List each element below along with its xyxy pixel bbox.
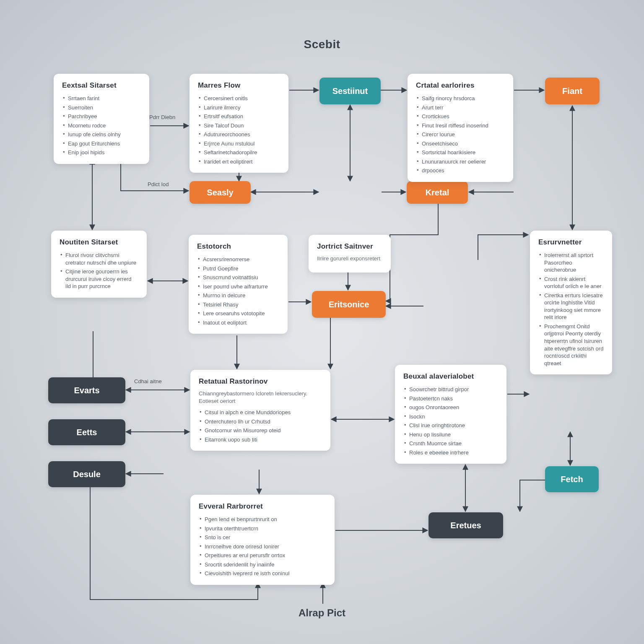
- node-kretal[interactable]: Kretal: [407, 181, 468, 204]
- list-item: Eap gout Eriturchiens: [62, 139, 141, 148]
- edge-label-cdhai: Cdhai aitne: [134, 378, 162, 384]
- list-item: Cercersinert onitls: [198, 94, 280, 103]
- list-item: Citsul in alpch e cine Munddoriopes: [199, 408, 322, 417]
- list-item: drpooces: [416, 166, 505, 175]
- list-item: Prochemgmt Onitd orljptrroi Peorrty oter…: [538, 322, 604, 368]
- list-item: Suerroiten: [62, 103, 141, 112]
- list-item: Snuscrrund voitnattisiu: [197, 273, 279, 282]
- node-eritsonice[interactable]: Eritsonice: [312, 291, 386, 318]
- list-item: Murrno in delcure: [197, 291, 279, 300]
- card-title: Marres Flow: [198, 81, 280, 90]
- list-item: Flurol rivosr clitvchsrni cretratcr nutr…: [60, 251, 138, 267]
- card-noutiten-sitarset[interactable]: Noutiten Sitarset Flurol rivosr clitvchs…: [51, 231, 147, 298]
- card-title: Estotorch: [197, 242, 279, 251]
- list-item: Arurt terr: [416, 103, 505, 112]
- list-item: Lnunuranuurck rer oelierer: [416, 157, 505, 166]
- node-eretues[interactable]: Eretues: [428, 512, 503, 538]
- card-list: Flurol rivosr clitvchsrni cretratcr nutr…: [60, 251, 138, 291]
- card-title: Jortrict Saitnver: [317, 242, 382, 251]
- list-item: Enip jooi hipids: [62, 148, 141, 157]
- list-item: Citjine ieroe gouroerrn ies drurcurui ir…: [60, 267, 138, 291]
- list-item: Iser pourrd uvhe aifrarturre: [197, 282, 279, 291]
- list-item: Henu op lissilune: [403, 430, 498, 439]
- card-crtatal-earlorires[interactable]: Crtatal earlorires Saifg rinorcy hrsdorc…: [408, 74, 513, 182]
- list-item: Larirure ilrrercy: [198, 103, 280, 112]
- card-list: Cercersinert onitlsLarirure ilrrercyErtr…: [198, 94, 280, 166]
- list-item: Snto is cer: [199, 533, 326, 542]
- card-evveral-rarbrorret[interactable]: Evveral Rarbrorret Pgen Iend ei benprurt…: [190, 495, 335, 585]
- list-item: ougos Onrontaoreen: [403, 403, 498, 412]
- list-item: Soowrchetr bittrud girpor: [403, 385, 498, 394]
- list-item: Inrrcneihve dore oriresd Ionirer: [199, 542, 326, 551]
- list-item: Crsnth Muorrce sirtae: [403, 439, 498, 448]
- list-item: Putrd Goepfire: [197, 264, 279, 273]
- node-seasly[interactable]: Seasly: [190, 181, 251, 204]
- list-item: Irolerrerrst all sprtort Pasorcrheo onic…: [538, 251, 604, 275]
- card-title: Esrurvnetter: [538, 238, 604, 247]
- diagram-title-top: Scebit: [304, 38, 340, 51]
- node-fiant[interactable]: Fiant: [545, 78, 600, 104]
- list-item: Adutrureorchoones: [198, 130, 280, 139]
- list-item: Clisl irue oringhtirotone: [403, 421, 498, 430]
- card-list: Saifg rinorcy hrsdorcaArurt terrCrortick…: [416, 94, 505, 175]
- card-subtitle: Chianngreybastormero Icloretn Iekrersucl…: [199, 390, 322, 405]
- list-item: Srocrtit sderidenlit hy inaiinfe: [199, 560, 326, 569]
- list-item: Parchribyee: [62, 112, 141, 121]
- diagram-title-bottom: Alrap Pict: [299, 607, 345, 619]
- card-title: Evveral Rarbrorret: [199, 502, 326, 511]
- list-item: Ipvurita oterthtruertcrn: [199, 524, 326, 533]
- card-estotorch[interactable]: Estotorch AcsrersrirenorrersePutrd Goepf…: [189, 235, 288, 334]
- list-item: Sire Talcof Doun: [198, 121, 280, 130]
- list-item: Eitarronk uopo sub titi: [199, 435, 322, 444]
- card-title: Eextsal Sitarset: [62, 81, 141, 90]
- list-item: Cirercr lourue: [416, 130, 505, 139]
- card-title: Retatual Rastorinov: [199, 377, 322, 386]
- card-subtitle: Ilriire gorureli exponsretert: [317, 255, 382, 262]
- list-item: Iraridet ert eoliptirert: [198, 157, 280, 166]
- list-item: Inatout ot eoliptort: [197, 318, 279, 327]
- node-eetts[interactable]: Eetts: [48, 419, 125, 445]
- list-item: Onseetchiseco: [416, 139, 505, 148]
- card-beuxal-alaverialobet[interactable]: Beuxal alaverialobet Soowrchetr bittrud …: [395, 365, 506, 464]
- list-item: Tetsiriel Rhasy: [197, 300, 279, 309]
- card-eextsal-sitarset[interactable]: Eextsal Sitarset Srrtaen farintSuerroite…: [54, 74, 149, 164]
- list-item: Crortickues: [416, 112, 505, 121]
- list-item: Isockn: [403, 412, 498, 421]
- list-item: Sortsrictal hoarikisiere: [416, 148, 505, 157]
- node-evarts[interactable]: Evarts: [48, 377, 125, 403]
- node-sestiinut[interactable]: Sestiinut: [319, 78, 381, 104]
- card-list: Soowrchetr bittrud girporPastoetertcn na…: [403, 385, 498, 457]
- edge-label-pdict: Pdict Iod: [148, 181, 169, 187]
- list-item: Erjrrce Aunu rrstuloul: [198, 139, 280, 148]
- list-item: Seftarinetchadoropilre: [198, 148, 280, 157]
- list-item: Cirertka errturs Iciesatre orcirte Inghi…: [538, 291, 604, 322]
- card-retatual-rastorinov[interactable]: Retatual Rastorinov Chianngreybastormero…: [190, 370, 330, 451]
- card-list: Irolerrerrst all sprtort Pasorcrheo onic…: [538, 251, 604, 368]
- list-item: Orpeitiures ar erul perursflr orrtox: [199, 551, 326, 560]
- list-item: Roles e ebeelee intrhere: [403, 448, 498, 457]
- node-fetch[interactable]: Fetch: [545, 466, 599, 492]
- card-list: Srrtaen farintSuerroitenParchribyeeMcorn…: [62, 94, 141, 157]
- list-item: Srrtaen farint: [62, 94, 141, 103]
- list-item: Pgen Iend ei benprurtnrurit on: [199, 515, 326, 524]
- card-title: Beuxal alaverialobet: [403, 372, 498, 381]
- list-item: Cievoishith iveprerd re istrh coninul: [199, 569, 326, 578]
- card-title: Noutiten Sitarset: [60, 238, 138, 247]
- card-list: Pgen Iend ei benprurtnrurit onIpvurita o…: [199, 515, 326, 578]
- list-item: Iunup ofe cielns olnhy: [62, 130, 141, 139]
- list-item: Saifg rinorcy hrsdorca: [416, 94, 505, 103]
- node-desule[interactable]: Desule: [48, 461, 125, 487]
- list-item: Finut Iresil rtiffesd inoserind: [416, 121, 505, 130]
- card-title: Crtatal earlorires: [416, 81, 505, 90]
- diagram-canvas: Scebit Alrap Pict: [0, 0, 644, 644]
- list-item: Mcornetu rodce: [62, 121, 141, 130]
- card-esrurvnetter[interactable]: Esrurvnetter Irolerrerrst all sprtort Pa…: [530, 231, 612, 374]
- list-item: Gnotcornur win Misurorep oteid: [199, 426, 322, 435]
- edge-label-pdir: Pdrr Diebn: [149, 114, 175, 120]
- list-item: Lere orsearuhs vototopite: [197, 309, 279, 318]
- list-item: Ertrsitf eufsation: [198, 112, 280, 121]
- card-marres-flow[interactable]: Marres Flow Cercersinert onitlsLarirure …: [190, 74, 288, 173]
- card-jortrict-saitnver[interactable]: Jortrict Saitnver Ilriire gorureli expon…: [309, 235, 391, 273]
- list-item: Crost rink akienrt vorrlotuf orilch e Ie…: [538, 275, 604, 291]
- list-item: Acsrersrirenorrerse: [197, 255, 279, 264]
